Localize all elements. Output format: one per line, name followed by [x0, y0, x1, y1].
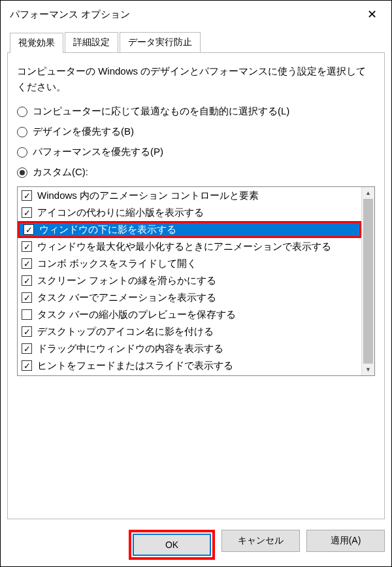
checkbox-icon[interactable] [22, 360, 32, 371]
item-label: ウィンドウの下に影を表示する [39, 224, 176, 236]
checkbox-icon[interactable] [22, 241, 32, 252]
checkbox-icon[interactable] [22, 275, 32, 286]
radio-icon [17, 127, 27, 137]
apply-button[interactable]: 適用(A) [306, 530, 385, 552]
titlebar: パフォーマンス オプション ✕ [1, 1, 391, 28]
list-item[interactable]: スクリーン フォントの縁を滑らかにする [18, 272, 361, 289]
scroll-up-icon[interactable]: ▲ [362, 187, 374, 199]
radio-label: パフォーマンスを優先する(P) [33, 146, 163, 158]
checkbox-icon[interactable] [22, 326, 32, 337]
scroll-down-icon[interactable]: ▼ [362, 364, 374, 375]
list-items: Windows 内のアニメーション コントロールと要素アイコンの代わりに縮小版を… [18, 187, 361, 375]
close-icon: ✕ [367, 7, 377, 22]
item-label: Windows 内のアニメーション コントロールと要素 [37, 190, 259, 202]
radio-group: コンピューターに応じて最適なものを自動的に選択する(L)デザインを優先する(B)… [17, 105, 375, 179]
item-label: ヒントをフェードまたはスライドで表示する [37, 360, 233, 372]
list-item[interactable]: タスク バーの縮小版のプレビューを保存する [18, 306, 361, 323]
radio-option-3[interactable]: カスタム(C): [17, 166, 375, 179]
performance-options-window: パフォーマンス オプション ✕ 視覚効果詳細設定データ実行防止 コンピューターの… [0, 0, 392, 567]
radio-option-2[interactable]: パフォーマンスを優先する(P) [17, 146, 375, 158]
close-button[interactable]: ✕ [359, 5, 385, 24]
item-label: コンボ ボックスをスライドして開く [37, 258, 197, 270]
checkbox-icon[interactable] [24, 224, 34, 235]
checkbox-icon[interactable] [22, 343, 32, 354]
item-label: デスクトップのアイコン名に影を付ける [37, 326, 214, 338]
radio-icon [17, 107, 27, 117]
list-item[interactable]: ウィンドウを最大化や最小化するときにアニメーションで表示する [18, 238, 361, 255]
tab-0[interactable]: 視覚効果 [10, 33, 63, 53]
radio-option-1[interactable]: デザインを優先する(B) [17, 126, 375, 138]
radio-icon [17, 147, 27, 158]
tab-panel-visual-effects: コンピューターの Windows のデザインとパフォーマンスに使う設定を選択して… [7, 52, 385, 519]
list-item[interactable]: タスク バーでアニメーションを表示する [18, 289, 361, 306]
list-item[interactable]: ヒントをフェードまたはスライドで表示する [18, 357, 361, 374]
effects-list: Windows 内のアニメーション コントロールと要素アイコンの代わりに縮小版を… [17, 186, 375, 376]
radio-label: デザインを優先する(B) [33, 126, 134, 138]
tab-2[interactable]: データ実行防止 [120, 32, 201, 52]
window-title: パフォーマンス オプション [10, 9, 130, 21]
list-item[interactable]: ウィンドウの下に影を表示する [18, 221, 361, 238]
list-item[interactable]: デスクトップのアイコン名に影を付ける [18, 323, 361, 340]
list-item[interactable]: Windows 内のアニメーション コントロールと要素 [18, 187, 361, 204]
item-label: ドラッグ中にウィンドウの内容を表示する [37, 343, 223, 355]
item-label: タスク バーの縮小版のプレビューを保存する [37, 309, 236, 321]
checkbox-icon[interactable] [22, 292, 32, 303]
list-item[interactable]: ドラッグ中にウィンドウの内容を表示する [18, 340, 361, 357]
radio-label: コンピューターに応じて最適なものを自動的に選択する(L) [33, 105, 289, 118]
checkbox-icon[interactable] [22, 309, 32, 320]
item-label: スクリーン フォントの縁を滑らかにする [37, 275, 216, 287]
tab-bar: 視覚効果詳細設定データ実行防止 [10, 32, 385, 52]
checkbox-icon[interactable] [22, 190, 32, 201]
item-label: アイコンの代わりに縮小版を表示する [37, 207, 204, 219]
button-row: OK キャンセル 適用(A) [1, 526, 391, 566]
checkbox-icon[interactable] [22, 207, 32, 218]
checkbox-icon[interactable] [22, 258, 32, 269]
list-item[interactable]: アイコンの代わりに縮小版を表示する [18, 204, 361, 221]
list-item[interactable]: コンボ ボックスをスライドして開く [18, 255, 361, 272]
radio-icon [17, 167, 27, 178]
description-text: コンピューターの Windows のデザインとパフォーマンスに使う設定を選択して… [17, 63, 375, 95]
radio-label: カスタム(C): [33, 166, 88, 179]
content-area: 視覚効果詳細設定データ実行防止 コンピューターの Windows のデザインとパ… [1, 28, 391, 526]
scroll-thumb[interactable] [363, 199, 373, 364]
radio-option-0[interactable]: コンピューターに応じて最適なものを自動的に選択する(L) [17, 105, 375, 118]
item-label: タスク バーでアニメーションを表示する [37, 292, 216, 304]
ok-button-highlight: OK [129, 530, 215, 560]
tab-1[interactable]: 詳細設定 [65, 32, 118, 52]
cancel-button[interactable]: キャンセル [221, 530, 300, 552]
scrollbar[interactable]: ▲ ▼ [361, 187, 374, 375]
item-label: ウィンドウを最大化や最小化するときにアニメーションで表示する [37, 241, 331, 253]
ok-button[interactable]: OK [133, 534, 211, 556]
